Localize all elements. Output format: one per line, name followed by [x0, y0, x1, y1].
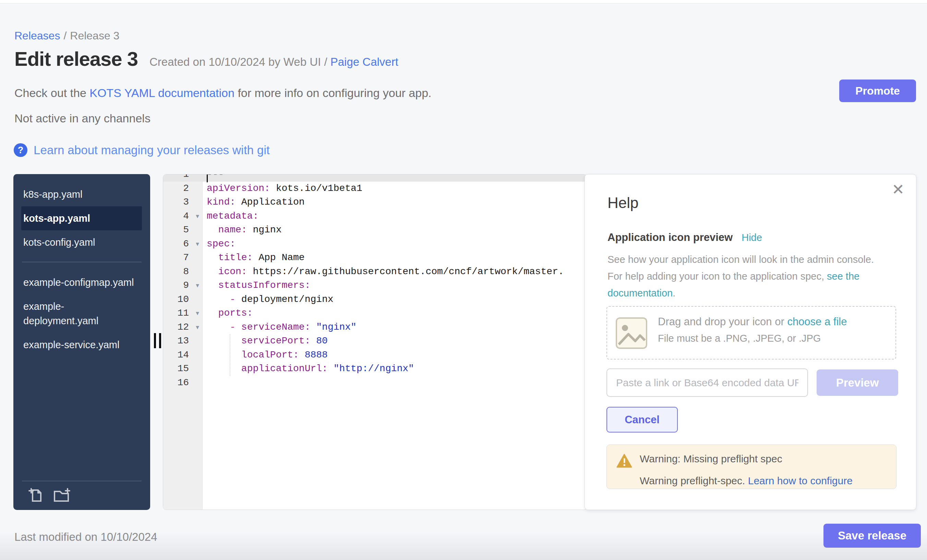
- code-line-4[interactable]: 4▾metadata:: [163, 209, 587, 223]
- fold-gutter: [192, 362, 203, 376]
- line-number: 7: [163, 251, 192, 265]
- author-link[interactable]: Paige Calvert: [330, 56, 398, 68]
- yaml-code-editor[interactable]: 1---2apiVersion: kots.io/v1beta13kind: A…: [163, 174, 587, 510]
- code-text: [203, 376, 207, 390]
- fold-arrow-icon[interactable]: ▾: [192, 209, 203, 223]
- fold-arrow-icon[interactable]: ▾: [192, 279, 203, 293]
- preview-button[interactable]: Preview: [817, 369, 898, 396]
- warning-detail-text: Warning preflight-spec.: [640, 475, 748, 486]
- sidebar-file-example-deployment.yaml[interactable]: example-deployment.yaml: [21, 294, 142, 333]
- line-number: 4: [163, 209, 192, 223]
- code-text: - deployment/nginx: [203, 293, 334, 307]
- kots-yaml-doc-link[interactable]: KOTS YAML documentation: [90, 87, 234, 99]
- line-number: 12: [163, 320, 192, 334]
- new-file-icon[interactable]: [28, 487, 44, 504]
- code-line-3[interactable]: 3kind: Application: [163, 195, 587, 209]
- indent-guide: [230, 334, 230, 376]
- code-line-12[interactable]: 12▾ - serviceName: "nginx": [163, 320, 587, 334]
- image-placeholder-icon: [615, 317, 647, 351]
- sidebar-group-divider: [22, 262, 141, 262]
- icon-preview-section-header: Application icon preview Hide: [608, 231, 762, 244]
- fold-gutter: [192, 223, 203, 237]
- code-text: spec:: [203, 237, 236, 251]
- question-mark-icon: ?: [14, 143, 27, 157]
- doc-prefix: Check out the: [14, 87, 90, 99]
- last-modified-text: Last modified on 10/10/2024: [14, 531, 157, 543]
- line-number: 5: [163, 223, 192, 237]
- code-text: - serviceName: "nginx": [203, 320, 357, 334]
- sidebar-file-k8s-app.yaml[interactable]: k8s-app.yaml: [21, 182, 142, 206]
- sidebar-file-example-configmap.yaml[interactable]: example-configmap.yaml: [21, 270, 142, 294]
- sidebar-file-kots-app.yaml[interactable]: kots-app.yaml: [21, 206, 142, 230]
- close-icon[interactable]: ✕: [892, 182, 904, 197]
- line-number: 6: [163, 237, 192, 251]
- code-line-1[interactable]: 1---: [163, 174, 587, 182]
- code-text: servicePort: 80: [203, 334, 328, 348]
- code-text: applicationUrl: "http://nginx": [203, 362, 414, 376]
- preflight-warning-box: Warning: Missing preflight spec Warning …: [606, 445, 897, 489]
- text-cursor: [207, 175, 208, 182]
- created-text: Created on 10/10/2024 by Web UI /: [149, 56, 327, 68]
- icon-preview-description: See how your application icon will look …: [608, 251, 875, 302]
- save-release-button[interactable]: Save release: [824, 524, 921, 548]
- code-line-16[interactable]: 16: [163, 376, 587, 390]
- code-text: localPort: 8888: [203, 348, 328, 362]
- code-text: ports:: [203, 307, 253, 320]
- hide-link[interactable]: Hide: [742, 232, 762, 243]
- release-editor-page: Releases/Release 3 Edit release 3 Create…: [0, 0, 927, 560]
- breadcrumb: Releases/Release 3: [14, 29, 119, 42]
- cancel-button[interactable]: Cancel: [606, 407, 678, 433]
- code-line-7[interactable]: 7 title: App Name: [163, 251, 587, 265]
- channel-status: Not active in any channels: [14, 112, 150, 125]
- icon-preview-title: Application icon preview: [608, 231, 732, 244]
- code-line-6[interactable]: 6▾spec:: [163, 237, 587, 251]
- fold-arrow-icon[interactable]: ▾: [192, 237, 203, 251]
- code-line-2[interactable]: 2apiVersion: kots.io/v1beta1: [163, 182, 587, 196]
- line-number: 8: [163, 265, 192, 279]
- warning-detail: Warning preflight-spec. Learn how to con…: [640, 475, 853, 487]
- line-number: 14: [163, 348, 192, 362]
- fold-arrow-icon[interactable]: ▾: [192, 307, 203, 320]
- git-help-link[interactable]: Learn about managing your releases with …: [33, 143, 270, 157]
- drop-hint: File must be a .PNG, .JPEG, or .JPG: [658, 333, 847, 344]
- code-text: title: App Name: [203, 251, 305, 265]
- code-rows: 1---2apiVersion: kots.io/v1beta13kind: A…: [163, 174, 587, 390]
- code-line-8[interactable]: 8 icon: https://raw.githubusercontent.co…: [163, 265, 587, 279]
- file-tree: k8s-app.yamlkots-app.yamlkots-config.yam…: [14, 182, 150, 357]
- code-text: ---: [203, 174, 224, 182]
- fold-gutter: [192, 348, 203, 362]
- documentation-line: Check out the KOTS YAML documentation fo…: [14, 87, 432, 100]
- breadcrumb-current: Release 3: [70, 29, 119, 42]
- new-folder-icon[interactable]: [53, 487, 71, 504]
- code-line-9[interactable]: 9▾ statusInformers:: [163, 279, 587, 293]
- doc-suffix: for more info on configuring your app.: [234, 87, 432, 99]
- code-text: kind: Application: [203, 195, 305, 209]
- sidebar-file-kots-config.yaml[interactable]: kots-config.yaml: [21, 230, 142, 254]
- breadcrumb-releases-link[interactable]: Releases: [14, 29, 60, 42]
- code-line-5[interactable]: 5 name: nginx: [163, 223, 587, 237]
- page-title: Edit release 3: [14, 47, 138, 70]
- learn-how-to-configure-link[interactable]: Learn how to configure: [748, 475, 853, 486]
- icon-url-input[interactable]: [606, 369, 808, 397]
- code-line-15[interactable]: 15 applicationUrl: "http://nginx": [163, 362, 587, 376]
- line-number: 15: [163, 362, 192, 376]
- code-line-13[interactable]: 13 servicePort: 80: [163, 334, 587, 348]
- top-divider: [0, 0, 927, 3]
- drop-text: Drag and drop your icon or: [658, 316, 787, 328]
- code-line-10[interactable]: 10 - deployment/nginx: [163, 293, 587, 307]
- promote-button[interactable]: Promote: [839, 79, 916, 102]
- choose-file-link[interactable]: choose a file: [787, 316, 847, 328]
- sidebar-resize-handle[interactable]: [154, 333, 163, 348]
- fold-arrow-icon[interactable]: ▾: [192, 320, 203, 334]
- fold-gutter: [192, 334, 203, 348]
- icon-dropzone[interactable]: Drag and drop your icon or choose a file…: [606, 306, 896, 360]
- code-line-14[interactable]: 14 localPort: 8888: [163, 348, 587, 362]
- git-help-row[interactable]: ? Learn about managing your releases wit…: [14, 143, 270, 157]
- fold-gutter: [192, 182, 203, 196]
- code-line-11[interactable]: 11▾ ports:: [163, 307, 587, 320]
- code-text: metadata:: [203, 209, 258, 223]
- sidebar-file-example-service.yaml[interactable]: example-service.yaml: [21, 333, 142, 357]
- warning-triangle-icon: [616, 454, 632, 469]
- fold-gutter: [192, 195, 203, 209]
- dropzone-text: Drag and drop your icon or choose a file…: [658, 316, 847, 344]
